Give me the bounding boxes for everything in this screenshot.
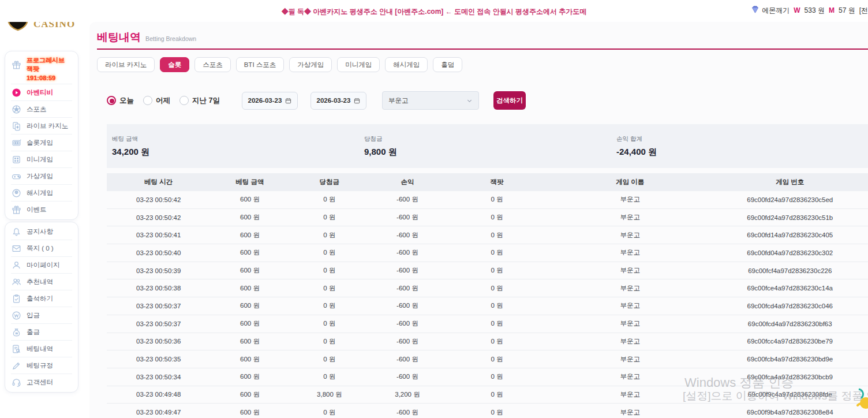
dice-icon (11, 154, 21, 165)
sidebar-item[interactable]: 라이브 카지노 (11, 118, 72, 135)
page: ◆필 독◆ 아벤카지노 평생주소 안내 [아벤주소.com] ← 도메인 접속 … (0, 0, 868, 418)
table-cell: 3,200 원 (369, 390, 446, 399)
sidebar-item-label: 이벤트 (27, 206, 47, 214)
table-cell: 부운고 (548, 266, 712, 275)
date-range-radio[interactable]: 오늘 (107, 96, 134, 106)
chat-widget-icon[interactable] (855, 386, 868, 413)
tab-item[interactable]: 스포츠 (194, 57, 231, 72)
table-row: 03-23 00:49:47600 원0 원-600 원0 원부운고69c00f… (107, 404, 868, 418)
sidebar-item[interactable]: 입금 (11, 307, 72, 324)
table-row: 03-23 00:49:48600 원3,800 원3,200 원0 원부운고6… (107, 386, 868, 404)
sidebar-item-label: 베팅규정 (27, 361, 53, 370)
sidebar-item-label: 해시게임 (27, 189, 53, 197)
date-range-radio[interactable]: 어제 (143, 96, 170, 106)
sidebar-item[interactable]: 출금 (11, 324, 72, 341)
table-cell: -600 원 (369, 231, 446, 240)
sidebar-item[interactable]: 고객센터 (11, 374, 72, 391)
sidebar-item[interactable]: 출석하기 (11, 290, 72, 307)
column-header: 베팅 시간 (107, 178, 210, 186)
sidebar-item[interactable]: 쪽지 ( 0 ) (11, 240, 72, 257)
sidebar-item[interactable]: 베팅규정 (11, 357, 72, 374)
date-from-value: 2026-03-23 (248, 97, 282, 104)
sidebar-item[interactable]: 해시게임 (11, 185, 72, 201)
date-to-input[interactable]: 2026-03-23 (310, 92, 366, 110)
coin-w-icon (11, 310, 21, 320)
sidebar-item-label: 공지사항 (27, 227, 53, 236)
sidebar-item-label: 추천내역 (27, 278, 53, 286)
table-row: 03-23 00:50:40600 원0 원-600 원0 원부운고69c00f… (107, 244, 868, 262)
sidebar: AVENCASINO 프로그레시브 잭팟191:08:59아벤티비스포츠라이브 … (0, 0, 89, 418)
table-row: 03-23 00:50:42600 원0 원-600 원0 원부운고69c00f… (107, 191, 868, 209)
table-cell: 3,800 원 (290, 390, 369, 399)
column-header: 게임 이름 (548, 178, 712, 186)
sidebar-item-main: 프로그레시브 잭팟 (11, 56, 72, 73)
table-cell: 부운고 (548, 408, 712, 417)
radio-dot (107, 96, 116, 105)
provider-select[interactable]: 부운고 (382, 91, 479, 110)
betting-history-table: 베팅 시간베팅 금액당첨금손익잭팟게임 이름게임 번호03-23 00:50:4… (107, 173, 868, 418)
bet-amount-label: 베팅 금액 (112, 135, 359, 143)
sidebar-item[interactable]: 가상게임 (11, 168, 72, 185)
table-cell: 600 원 (210, 195, 289, 204)
table-cell: 600 원 (210, 248, 289, 257)
radio-label: 지난 7일 (192, 96, 220, 106)
sidebar-item[interactable]: 프로그레시브 잭팟191:08:59 (11, 53, 72, 84)
table-cell: 03-23 00:50:34 (107, 374, 210, 380)
table-cell: 03-23 00:50:37 (107, 303, 210, 309)
search-button[interactable]: 검색하기 (493, 91, 526, 110)
table-cell: 600 원 (210, 355, 289, 364)
column-header: 베팅 금액 (210, 178, 289, 186)
sidebar-item[interactable]: 이벤트 (11, 201, 72, 218)
table-cell: 03-23 00:50:39 (107, 267, 210, 274)
table-cell: 0 원 (290, 319, 369, 328)
tab-item[interactable]: 슬롯 (160, 57, 189, 72)
sidebar-item[interactable]: 베팅내역 (11, 341, 72, 357)
table-cell: 0 원 (446, 355, 548, 364)
tab-item[interactable]: 홀덤 (433, 57, 462, 72)
sidebar-item[interactable]: 슬롯게임 (11, 135, 72, 151)
table-row: 03-23 00:50:34600 원0 원-600 원0 원부운고69c00f… (107, 368, 868, 386)
sidebar-item[interactable]: 마이페이지 (11, 257, 72, 274)
provider-selected-value: 부운고 (388, 96, 409, 105)
table-row: 03-23 00:50:37600 원0 원-600 원0 원부운고69c00f… (107, 315, 868, 333)
mileage-balance: 57 원 (839, 6, 855, 16)
tab-item[interactable]: 가상게임 (289, 57, 332, 72)
table-cell: 0 원 (446, 337, 548, 346)
table-cell: -600 원 (369, 301, 446, 310)
sidebar-item[interactable]: 아벤티비 (11, 84, 72, 101)
table-cell: 600 원 (210, 213, 289, 222)
sidebar-item[interactable]: 미니게임 (11, 151, 72, 168)
sidebar-item[interactable]: 추천내역 (11, 274, 72, 290)
date-range-radio[interactable]: 지난 7일 (179, 96, 220, 106)
clipped-link: [전 (859, 6, 868, 16)
tab-item[interactable]: 해시게임 (385, 57, 428, 72)
envelope-icon (11, 243, 21, 253)
tab-item[interactable]: 라이브 카지노 (97, 57, 155, 72)
sidebar-item-label: 마이페이지 (27, 261, 60, 270)
table-cell: 0 원 (290, 284, 369, 293)
table-cell: 0 원 (446, 390, 548, 399)
bet-amount-value: 34,200 원 (112, 147, 359, 158)
sidebar-item-label: 고객센터 (27, 378, 53, 387)
table-cell: 03-23 00:50:40 (107, 249, 210, 256)
column-header: 손익 (369, 178, 446, 186)
table-cell: 03-23 00:50:42 (107, 196, 210, 203)
tab-item[interactable]: BTI 스포츠 (236, 57, 285, 72)
table-cell: 부운고 (548, 231, 712, 240)
winnings-value: 9,800 원 (364, 147, 611, 158)
tab-item[interactable]: 미니게임 (337, 57, 380, 72)
egg-break-button[interactable]: 에몬깨기 (751, 5, 790, 16)
radio-label: 어제 (156, 96, 170, 106)
winnings-label: 당첨금 (364, 135, 611, 143)
sidebar-item[interactable]: 스포츠 (11, 101, 72, 118)
filter-bar: 오늘어제지난 7일 2026-03-23 2026-03-23 부운고 검색하기 (107, 91, 526, 110)
egg-break-label: 에몬깨기 (762, 6, 790, 16)
table-cell: 부운고 (548, 213, 712, 222)
sidebar-item[interactable]: 공지사항 (11, 223, 72, 240)
table-row: 03-23 00:50:38600 원0 원-600 원0 원부운고69c00f… (107, 279, 868, 297)
table-cell: 69c00fcb4a97d2836230bd9e (712, 356, 868, 363)
summary-band: 베팅 금액 34,200 원 당첨금 9,800 원 손익 합계 -24,400… (107, 124, 868, 168)
table-cell: 0 원 (446, 231, 548, 240)
date-from-input[interactable]: 2026-03-23 (242, 92, 298, 110)
table-row: 03-23 00:50:35600 원0 원-600 원0 원부운고69c00f… (107, 350, 868, 368)
